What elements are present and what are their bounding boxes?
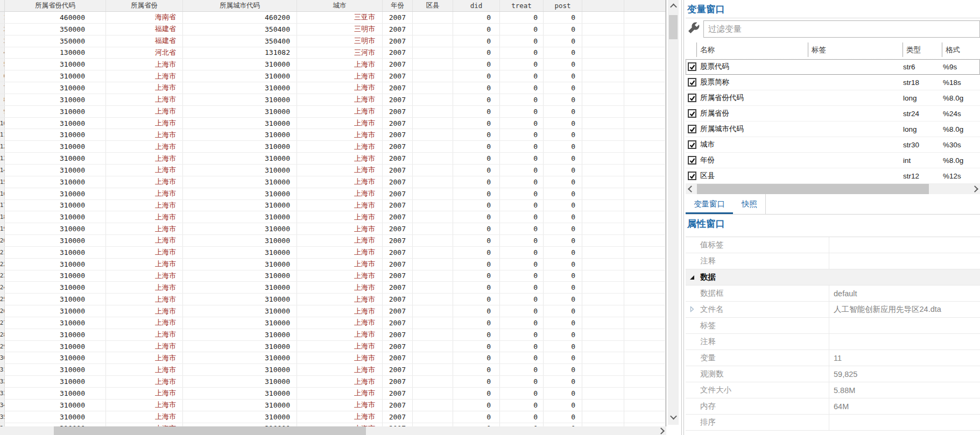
cell[interactable]: 上海市 [106,165,183,176]
cell[interactable] [582,270,624,282]
row-number-cell[interactable]: 3 [0,35,5,47]
cell[interactable]: 310000 [183,341,297,352]
row-number-cell[interactable]: 9 [0,106,5,117]
cell[interactable] [413,376,453,387]
cell[interactable] [624,188,666,199]
cell[interactable] [582,329,624,340]
cell[interactable] [582,235,624,246]
cell[interactable] [413,247,453,258]
cell[interactable]: 上海市 [106,211,183,223]
cell[interactable]: 0 [500,411,544,423]
cell[interactable]: 2007 [383,341,413,352]
row-number-cell[interactable]: 19 [0,223,5,234]
cell[interactable]: 0 [500,94,544,105]
pane-splitter[interactable] [681,0,684,435]
cell[interactable]: 2007 [383,70,413,82]
cell[interactable]: 上海市 [106,400,183,411]
cell[interactable]: 350400 [183,35,297,47]
cell[interactable]: 上海市 [297,82,383,94]
cell[interactable]: 0 [453,106,500,117]
cell[interactable]: 上海市 [106,352,183,363]
cell[interactable]: 上海市 [297,70,383,82]
variable-row[interactable]: 年份int%8.0g [686,153,980,168]
cell[interactable]: 福建省 [106,35,183,47]
cell[interactable] [413,352,453,363]
cell[interactable] [624,82,666,94]
cell[interactable] [624,176,666,188]
column-header-label[interactable]: 标签 [808,42,903,57]
cell[interactable]: 310000 [5,247,106,258]
cell[interactable]: 0 [544,176,582,188]
cell[interactable]: 0 [453,165,500,176]
cell[interactable]: 0 [453,118,500,129]
cell[interactable] [413,70,453,82]
cell[interactable]: 上海市 [106,341,183,352]
property-value[interactable]: 人工智能创新应用先导区24.dta [829,302,980,317]
cell[interactable]: 上海市 [106,294,183,305]
cell[interactable]: 0 [453,400,500,411]
cell[interactable]: 上海市 [106,118,183,129]
property-value[interactable]: 59,825 [829,366,980,382]
cell[interactable]: 0 [544,211,582,223]
cell[interactable]: 310000 [5,211,106,223]
cell[interactable]: 310000 [5,411,106,423]
row-number-cell[interactable]: 22 [0,259,5,270]
cell[interactable]: 310000 [5,329,106,340]
row-number-cell[interactable]: 11 [0,129,5,140]
cell[interactable]: 上海市 [297,294,383,305]
cell[interactable] [413,106,453,117]
property-value[interactable] [829,334,980,350]
cell[interactable]: 0 [544,141,582,152]
column-header[interactable]: 所属省份代码 [5,0,106,11]
cell[interactable]: 海南省 [106,12,183,23]
cell[interactable] [582,317,624,329]
column-header[interactable]: did [453,0,500,11]
cell[interactable] [624,235,666,246]
cell[interactable] [413,47,453,59]
cell[interactable]: 0 [544,376,582,387]
cell[interactable]: 310000 [183,235,297,246]
row-number-cell[interactable]: 17 [0,200,5,211]
cell[interactable]: 上海市 [297,176,383,188]
cell[interactable]: 0 [453,259,500,270]
variable-row[interactable]: 所属省份代码long%8.0g [686,90,980,106]
cell[interactable] [413,305,453,317]
cell[interactable]: 131082 [183,47,297,59]
cell[interactable]: 0 [544,12,582,23]
cell[interactable]: 310000 [183,317,297,329]
cell[interactable]: 上海市 [106,200,183,211]
cell[interactable]: 0 [500,282,544,293]
cell[interactable] [624,364,666,375]
cell[interactable]: 上海市 [297,59,383,70]
cell[interactable]: 上海市 [106,129,183,140]
cell[interactable]: 310000 [183,82,297,94]
cell[interactable] [582,176,624,188]
cell[interactable]: 310000 [5,188,106,199]
cell[interactable]: 2007 [383,211,413,223]
row-number-cell[interactable]: 32 [0,376,5,387]
row-number-cell[interactable]: 21 [0,247,5,258]
cell[interactable]: 上海市 [106,235,183,246]
cell[interactable] [413,59,453,70]
cell[interactable] [413,176,453,188]
cell[interactable] [413,82,453,94]
cell[interactable]: 0 [500,24,544,35]
cell[interactable]: 310000 [183,176,297,188]
cell[interactable] [413,270,453,282]
property-value[interactable]: 11 [829,350,980,366]
cell[interactable]: 0 [500,70,544,82]
property-value[interactable]: 5.88M [829,382,980,398]
cell[interactable]: 460000 [5,12,106,23]
cell[interactable]: 0 [544,129,582,140]
column-header-format[interactable]: 格式 [942,42,980,57]
cell[interactable]: 310000 [5,305,106,317]
cell[interactable]: 310000 [183,223,297,234]
cell[interactable]: 上海市 [297,223,383,234]
cell[interactable]: 2007 [383,352,413,363]
cell[interactable]: 0 [453,329,500,340]
cell[interactable]: 0 [500,305,544,317]
cell[interactable]: 上海市 [297,259,383,270]
cell[interactable]: 0 [544,400,582,411]
cell[interactable] [582,223,624,234]
cell[interactable] [582,59,624,70]
